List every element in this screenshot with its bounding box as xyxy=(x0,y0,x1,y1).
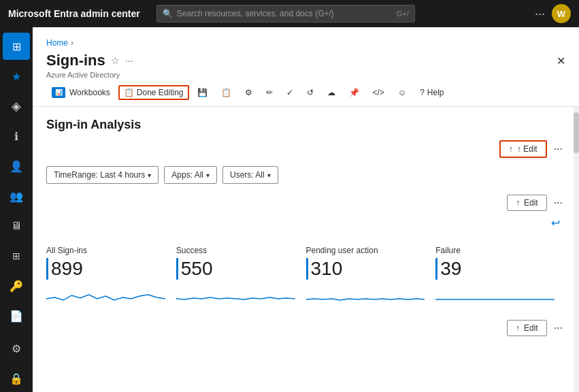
identity-icon: ◈ xyxy=(12,99,21,114)
roles-icon: 🔑 xyxy=(10,280,23,293)
sidebar: ⊞ ★ ◈ ℹ 👤 👥 🖥 ⊞ 🔑 📄 ⚙ xyxy=(0,27,33,392)
stat-failure-value: 39 xyxy=(435,258,555,280)
save-as-icon: 📋 xyxy=(221,88,231,97)
home-icon: ⊞ xyxy=(12,40,21,53)
sidebar-item-users[interactable]: 👤 xyxy=(3,152,30,180)
sidebar-item-identity[interactable]: ◈ xyxy=(3,93,30,120)
users-label: Users: All xyxy=(230,170,265,180)
first-edit-row: ↑ ↑ Edit ··· xyxy=(46,140,565,158)
sidebar-item-info[interactable]: ℹ xyxy=(3,122,30,150)
search-shortcut: G+/ xyxy=(397,10,409,18)
star-icon: ★ xyxy=(12,70,21,83)
page-more-button[interactable]: ··· xyxy=(125,55,133,66)
cloud-icon: ☁ xyxy=(327,88,335,97)
workbook-icon: 📊 xyxy=(52,87,65,98)
stat-all-signins-value: 899 xyxy=(46,258,165,280)
save-as-button[interactable]: 📋 xyxy=(216,85,237,100)
sidebar-item-home[interactable]: ⊞ xyxy=(3,33,30,60)
refresh-icon: ↺ xyxy=(307,88,314,97)
third-edit-button[interactable]: ↑ Edit xyxy=(507,320,547,336)
page-subtitle: Azure Active Directory xyxy=(46,71,565,79)
sidebar-item-roles[interactable]: 🔑 xyxy=(3,272,30,299)
help-button[interactable]: ? Help xyxy=(414,85,449,100)
main-layout: ⊞ ★ ◈ ℹ 👤 👥 🖥 ⊞ 🔑 📄 ⚙ xyxy=(0,27,579,392)
user-icon: 👤 xyxy=(10,160,23,173)
emoji-button[interactable]: ☺ xyxy=(393,85,412,100)
stat-bar xyxy=(46,258,48,280)
edit-up-icon3: ↑ xyxy=(516,323,520,333)
stat-pending-label: Pending user action xyxy=(306,246,425,255)
check-button[interactable]: ✓ xyxy=(281,85,299,100)
first-more-button[interactable]: ··· xyxy=(551,142,565,157)
close-button[interactable]: ✕ xyxy=(557,54,565,67)
search-icon: 🔍 xyxy=(163,9,173,18)
nav-more-button[interactable]: ··· xyxy=(535,7,545,21)
stat-failure: Failure 39 xyxy=(435,240,565,314)
devices-icon: 🖥 xyxy=(11,220,22,232)
done-editing-button[interactable]: 📋 Done Editing xyxy=(118,85,189,100)
scrollbar-track[interactable] xyxy=(574,107,579,392)
apps-icon: ⊞ xyxy=(12,250,20,261)
apps-label: Apps: All xyxy=(171,170,203,180)
third-more-button[interactable]: ··· xyxy=(551,321,565,336)
scroll-content: Sign-in Analysis ↑ ↑ Edit ··· TimeRange:… xyxy=(33,107,579,392)
all-signins-sparkline xyxy=(46,285,165,307)
sidebar-item-logs[interactable]: 📄 xyxy=(3,302,30,329)
second-more-button[interactable]: ··· xyxy=(551,195,565,210)
edit-up-icon: ↑ xyxy=(509,144,513,154)
success-sparkline xyxy=(176,285,295,307)
breadcrumb: Home › xyxy=(46,38,565,48)
sidebar-item-devices[interactable]: 🖥 xyxy=(3,212,30,240)
toolbar: 📊 Workbooks 📋 Done Editing 💾 📋 ⚙ ✏ ✓ xyxy=(33,79,579,107)
refresh-button[interactable]: ↺ xyxy=(301,85,319,100)
stat-failure-bar xyxy=(435,258,437,280)
page-header: Home › Sign-ins ☆ ··· ✕ Azure Active Dir… xyxy=(33,27,579,79)
settings-toolbar-button[interactable]: ⚙ xyxy=(239,85,258,100)
third-edit-row: ↑ Edit ··· xyxy=(46,320,565,336)
apps-filter[interactable]: Apps: All ▾ xyxy=(164,166,217,184)
stat-success-value: 550 xyxy=(176,258,295,280)
stat-pending-bar xyxy=(306,258,308,280)
edit-toolbar-button[interactable]: ✏ xyxy=(261,85,278,100)
breadcrumb-home[interactable]: Home xyxy=(46,38,68,48)
logs-icon: 📄 xyxy=(10,310,23,323)
apps-chevron-icon: ▾ xyxy=(206,172,210,179)
sidebar-item-groups[interactable]: 👥 xyxy=(3,182,30,210)
workbooks-label: Workbooks xyxy=(69,88,110,97)
workbooks-button[interactable]: 📊 Workbooks xyxy=(46,84,116,101)
edit-up-icon2: ↑ xyxy=(516,198,520,208)
timerange-chevron-icon: ▾ xyxy=(148,172,151,179)
search-input[interactable] xyxy=(177,9,393,18)
sidebar-item-apps[interactable]: ⊞ xyxy=(3,242,30,270)
info-icon: ℹ xyxy=(14,130,18,143)
stats-grid: All Sign-ins 899 Success xyxy=(46,240,565,314)
users-filter[interactable]: Users: All ▾ xyxy=(222,166,278,184)
settings-icon: ⚙ xyxy=(12,342,21,355)
filter-row: TimeRange: Last 4 hours ▾ Apps: All ▾ Us… xyxy=(46,166,565,184)
search-bar[interactable]: 🔍 G+/ xyxy=(156,5,415,22)
scrollbar-thumb[interactable] xyxy=(574,112,579,153)
avatar[interactable]: W xyxy=(552,4,571,23)
second-edit-button[interactable]: ↑ Edit xyxy=(507,195,547,211)
cloud-button[interactable]: ☁ xyxy=(322,85,341,100)
sidebar-item-favorites[interactable]: ★ xyxy=(3,63,30,90)
stat-success-label: Success xyxy=(176,246,295,255)
question-icon: ? xyxy=(420,88,425,97)
section-title: Sign-in Analysis xyxy=(46,118,565,132)
content-area: Home › Sign-ins ☆ ··· ✕ Azure Active Dir… xyxy=(33,27,579,392)
undo-button[interactable]: ↩ xyxy=(546,214,565,232)
first-edit-button[interactable]: ↑ ↑ Edit xyxy=(499,140,547,158)
save-button[interactable]: 💾 xyxy=(192,85,213,100)
pin-toolbar-button[interactable]: 📌 xyxy=(344,85,365,100)
lock-icon: 🔒 xyxy=(10,372,23,385)
sidebar-item-settings[interactable]: ⚙ xyxy=(3,335,30,362)
sign-in-analysis-section: Sign-in Analysis ↑ ↑ Edit ··· TimeRange:… xyxy=(46,118,565,336)
code-icon: </> xyxy=(373,88,384,97)
stat-all-signins-label: All Sign-ins xyxy=(46,246,165,255)
pin-icon[interactable]: ☆ xyxy=(111,55,120,66)
stat-success: Success 550 xyxy=(176,240,306,314)
timerange-filter[interactable]: TimeRange: Last 4 hours ▾ xyxy=(46,166,159,184)
users-chevron-icon: ▾ xyxy=(267,172,271,179)
sidebar-item-security[interactable]: 🔒 xyxy=(3,365,30,392)
code-button[interactable]: </> xyxy=(367,85,390,100)
